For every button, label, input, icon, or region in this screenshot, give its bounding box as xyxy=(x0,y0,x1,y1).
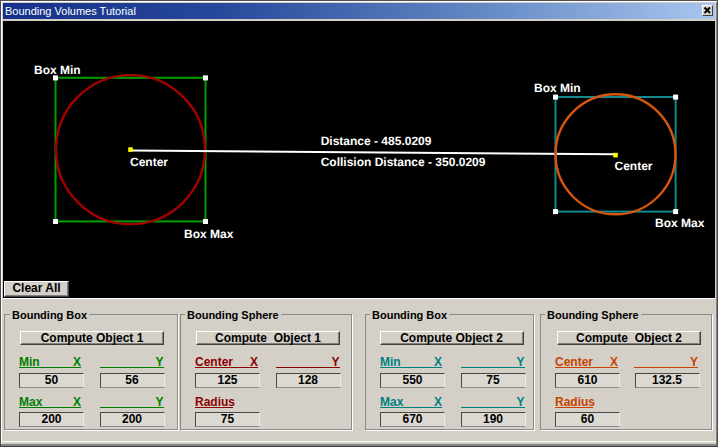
svg-text:Box Max: Box Max xyxy=(184,227,234,241)
svg-text:Distance - 485.0209: Distance - 485.0209 xyxy=(321,134,432,148)
svg-text:Box Max: Box Max xyxy=(655,216,705,230)
svg-text:Collision Distance - 350.0209: Collision Distance - 350.0209 xyxy=(321,155,486,169)
svg-text:Center: Center xyxy=(615,159,653,173)
svg-text:Box Min: Box Min xyxy=(534,81,581,95)
svg-text:Center: Center xyxy=(130,155,168,169)
svg-text:Box Min: Box Min xyxy=(34,63,81,77)
